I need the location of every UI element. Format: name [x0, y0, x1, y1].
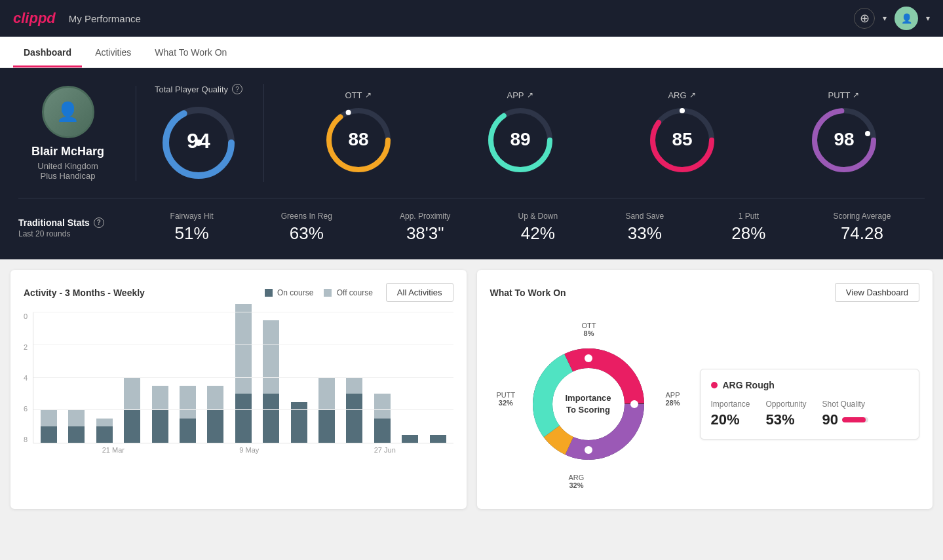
stat-app-proximity: App. Proximity 38'3": [400, 212, 450, 244]
svg-point-26: [585, 446, 592, 454]
svg-text:94: 94: [187, 129, 210, 153]
avatar-initials: 👤: [901, 13, 912, 24]
gauge-putt-label: PUTT ↗: [828, 90, 860, 100]
stat-greens-label: Greens In Reg: [281, 212, 332, 221]
avatar[interactable]: 👤: [895, 7, 918, 30]
quality-bar-fill: [842, 417, 866, 422]
bar-group: [175, 312, 200, 443]
tab-dashboard[interactable]: Dashboard: [13, 38, 82, 67]
info-card-title: ARG Rough: [711, 380, 909, 390]
off-course-legend-dot: [324, 289, 332, 297]
stat-fairways-hit: Fairways Hit 51%: [170, 212, 214, 244]
bar-off-course: [207, 386, 223, 411]
activity-panel: Activity - 3 Months - Weekly On course O…: [10, 270, 467, 509]
donut-chart-area: Importance To Scoring OTT 8% APP 28% ARG…: [490, 312, 687, 496]
y-label-8: 8: [24, 436, 28, 443]
bar-group: [370, 312, 395, 443]
x-axis: 21 Mar 9 May 27 Jun: [24, 446, 453, 454]
add-button[interactable]: ⊕: [854, 8, 875, 29]
svg-point-24: [585, 354, 592, 362]
bar-off-course: [68, 410, 85, 426]
player-country: United Kingdom: [37, 161, 98, 171]
avatar-dropdown-arrow: ▾: [926, 14, 930, 23]
bar-chart-area: 8 6 4 2 0 21 Mar 9 May 27 Jun: [24, 312, 453, 470]
on-course-legend-dot: [265, 289, 273, 297]
bar-on-course: [68, 426, 85, 443]
bar-on-course: [430, 435, 446, 443]
wtwon-content: Importance To Scoring OTT 8% APP 28% ARG…: [490, 312, 920, 496]
tab-activities[interactable]: Activities: [85, 38, 142, 67]
chart-legend: On course Off course: [265, 288, 373, 297]
svg-point-17: [865, 131, 870, 136]
stat-updown-label: Up & Down: [518, 212, 558, 221]
wtwon-title: What To Work On: [490, 288, 566, 298]
trad-subtitle: Last 20 rounds: [18, 229, 123, 238]
player-name: Blair McHarg: [31, 145, 104, 159]
app-gauge-svg: 89: [484, 104, 556, 176]
y-label-4: 4: [24, 374, 28, 382]
activity-title: Activity - 3 Months - Weekly: [24, 288, 145, 298]
bar-on-course: [346, 394, 362, 443]
stat-sand-label: Sand Save: [625, 212, 664, 221]
hero-section: 👤 Blair McHarg United Kingdom Plus Handi…: [0, 68, 943, 259]
metric-gauges: OTT ↗ 88 APP ↗: [264, 90, 925, 176]
tpq-help-icon[interactable]: ?: [232, 84, 242, 94]
trad-label-area: Traditional Stats ? Last 20 rounds: [18, 217, 123, 238]
bar-on-course: [207, 410, 223, 443]
grid-line-8: [33, 312, 453, 312]
logo: clippd: [13, 10, 56, 27]
gauge-ott-label: OTT ↗: [345, 90, 372, 100]
y-label-6: 6: [24, 405, 28, 413]
info-opportunity: Opportunity 53%: [766, 400, 807, 428]
header-left: clippd My Performance: [13, 10, 141, 27]
stat-sand-value: 33%: [628, 223, 662, 244]
bar-group: [92, 312, 117, 443]
tab-what-to-work-on[interactable]: What To Work On: [144, 38, 237, 67]
bars-container: [33, 312, 453, 443]
info-shot-quality: Shot Quality 90: [822, 400, 868, 428]
bar-off-course: [124, 377, 140, 410]
stat-proximity-label: App. Proximity: [400, 212, 450, 221]
bar-off-course: [346, 377, 362, 394]
info-metrics: Importance 20% Opportunity 53% Shot Qual…: [711, 400, 909, 428]
bar-on-course: [152, 410, 168, 443]
segment-label-app: APP 28%: [665, 391, 680, 407]
bar-off-course: [318, 377, 335, 410]
header-title: My Performance: [69, 13, 141, 24]
tabs-bar: Dashboard Activities What To Work On: [0, 37, 943, 68]
app-segment-pct: 28%: [665, 399, 680, 407]
trad-help-icon[interactable]: ?: [94, 217, 104, 228]
stat-updown-value: 42%: [521, 223, 555, 244]
arg-segment-pct: 32%: [569, 481, 585, 489]
svg-text:88: 88: [348, 129, 368, 149]
all-activities-button[interactable]: All Activities: [386, 283, 453, 302]
legend-off-course: Off course: [324, 288, 372, 297]
bar-group: [398, 312, 423, 443]
info-importance: Importance 20%: [711, 400, 750, 428]
stat-fairways-value: 51%: [175, 223, 209, 244]
player-handicap: Plus Handicap: [41, 171, 96, 181]
gauge-arg-label: ARG ↗: [668, 90, 695, 100]
traditional-stats: Traditional Stats ? Last 20 rounds Fairw…: [18, 198, 925, 244]
view-dashboard-button[interactable]: View Dashboard: [835, 283, 919, 302]
svg-point-25: [630, 400, 638, 408]
bar-off-course: [263, 320, 279, 394]
bar-off-course: [180, 386, 196, 419]
player-avatar: 👤: [42, 86, 94, 138]
add-dropdown-arrow: ▾: [883, 14, 887, 23]
gauge-putt: PUTT ↗ 98: [808, 90, 880, 176]
app-segment-label-text: APP: [665, 391, 680, 399]
arg-segment-label-text: ARG: [569, 474, 585, 481]
segment-label-putt: PUTT 32%: [497, 391, 516, 407]
bar-off-course: [374, 394, 391, 419]
player-info: 👤 Blair McHarg United Kingdom Plus Handi…: [18, 86, 136, 181]
stat-1putt: 1 Putt 28%: [731, 212, 765, 244]
bar-group: [286, 312, 311, 443]
grid-line-2: [33, 409, 453, 410]
ott-segment-label-text: OTT: [582, 322, 596, 329]
svg-point-6: [345, 109, 351, 115]
ott-gauge-svg: 88: [322, 104, 395, 176]
gauges-area: Total Player Quality ? 94 OTT ↗: [136, 84, 925, 182]
donut-center-text: Importance To Scoring: [565, 392, 611, 416]
tpq-label: Total Player Quality ?: [155, 84, 242, 94]
